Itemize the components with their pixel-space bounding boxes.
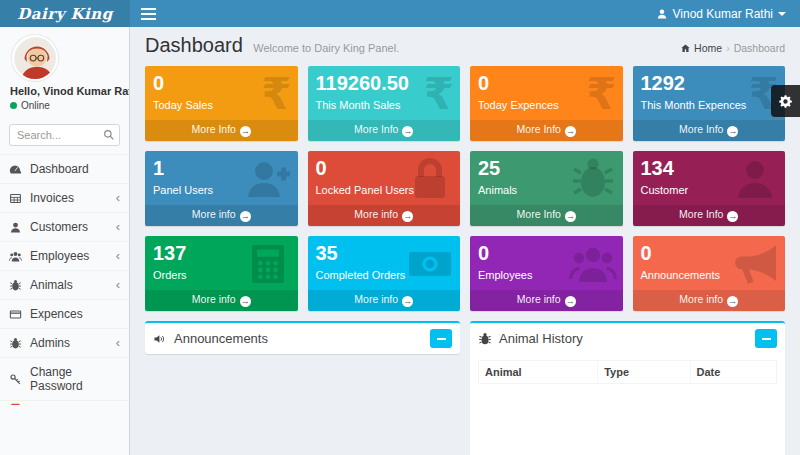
page-title: Dashboard (145, 34, 243, 56)
infobox-panel-users[interactable]: 1 Panel Users More info (145, 151, 298, 226)
sidebar-item-label: Dashboard (30, 162, 89, 176)
more-info-link[interactable]: More Info (633, 120, 786, 141)
more-info-link[interactable]: More Info (470, 120, 623, 141)
infobox-label: Orders (153, 269, 290, 281)
info-box-grid: 0 Today Sales ₹ More Info 119260.50 This… (130, 66, 800, 311)
arrow-circle-icon (240, 211, 251, 222)
sidebar-search (9, 124, 120, 146)
more-info-link[interactable]: More info (470, 290, 623, 311)
settings-toggle-button[interactable] (771, 85, 800, 117)
employees-icon (9, 250, 22, 263)
breadcrumb-separator (726, 42, 730, 54)
invoices-icon (9, 192, 22, 205)
infobox-month-sales[interactable]: 119260.50 This Month Sales ₹ More Info (308, 66, 461, 141)
infobox-today-sales[interactable]: 0 Today Sales ₹ More Info (145, 66, 298, 141)
sidebar-menu: Dashboard Invoices Customers Employees A… (0, 154, 129, 405)
sidebar-item-label: Employees (30, 249, 89, 263)
key-icon (9, 373, 22, 386)
infobox-label: Today Sales (153, 99, 290, 111)
arrow-circle-icon (727, 296, 738, 307)
sidebar-item-animals[interactable]: Animals (0, 271, 129, 300)
infobox-month-expences[interactable]: 1292 This Month Expences ₹ More Info (633, 66, 786, 141)
arrow-circle-icon (402, 296, 413, 307)
infobox-employees[interactable]: 0 Employees More info (470, 236, 623, 311)
infobox-label: This Month Expences (641, 99, 778, 111)
content-header: Dashboard Welcome to Dairy King Panel. H… (130, 27, 800, 66)
sidebar-item-admins[interactable]: Admins (0, 329, 129, 358)
infobox-value: 0 (641, 241, 778, 265)
more-info-link[interactable]: More Info (145, 120, 298, 141)
customer-icon (9, 221, 22, 234)
arrow-circle-icon (240, 296, 251, 307)
infobox-label: Today Expences (478, 99, 615, 111)
infobox-label: This Month Sales (316, 99, 453, 111)
sidebar-item-employees[interactable]: Employees (0, 242, 129, 271)
infobox-completed-orders[interactable]: 35 Completed Orders More info (308, 236, 461, 311)
user-icon (656, 8, 668, 20)
more-info-link[interactable]: More Info (633, 205, 786, 226)
animal-history-panel-title: Animal History (499, 331, 583, 346)
infobox-locked-panel-users[interactable]: 0 Locked Panel Users More info (308, 151, 461, 226)
infobox-value: 0 (478, 241, 615, 265)
infobox-label: Animals (478, 184, 615, 196)
more-info-link[interactable]: More Info (470, 205, 623, 226)
arrow-circle-icon (565, 211, 576, 222)
arrow-circle-icon (727, 211, 738, 222)
sidebar-item-label: Expences (30, 307, 83, 321)
more-info-link[interactable]: More info (145, 290, 298, 311)
infobox-orders[interactable]: 137 Orders More info (145, 236, 298, 311)
page-subtitle: Welcome to Dairy King Panel. (253, 42, 399, 54)
sidebar-item-invoices[interactable]: Invoices (0, 184, 129, 213)
caret-down-icon (778, 12, 786, 16)
sidebar-user-panel: Hello, Vinod Kumar Rathi Online (0, 27, 129, 115)
collapse-button[interactable] (755, 329, 777, 348)
home-icon (680, 43, 691, 54)
infobox-value: 137 (153, 241, 290, 265)
sidebar: Hello, Vinod Kumar Rathi Online Dashboar… (0, 27, 130, 455)
sidebar-item-change-password[interactable]: Change Password (0, 358, 129, 401)
sidebar-item-label: Animals (30, 278, 73, 292)
more-info-link[interactable]: More info (145, 205, 298, 226)
search-submit-button[interactable] (101, 128, 116, 143)
sidebar-toggle-button[interactable] (130, 0, 166, 27)
more-info-link[interactable]: More info (308, 205, 461, 226)
infobox-animals[interactable]: 25 Animals More Info (470, 151, 623, 226)
top-navbar: Dairy King Vinod Kumar Rathi (0, 0, 800, 27)
user-name: Vinod Kumar Rathi (673, 7, 774, 21)
panel-row: Announcements Animal History Animal Type… (130, 321, 800, 455)
speaker-icon (153, 332, 167, 346)
more-info-link[interactable]: More info (633, 290, 786, 311)
search-icon (102, 128, 116, 142)
arrow-circle-icon (565, 296, 576, 307)
online-status-dot (10, 102, 17, 109)
infobox-value: 119260.50 (316, 71, 453, 95)
infobox-value: 0 (478, 71, 615, 95)
sidebar-item-dashboard[interactable]: Dashboard (0, 154, 129, 184)
user-menu[interactable]: Vinod Kumar Rathi (650, 0, 793, 27)
announcements-panel: Announcements (145, 321, 460, 354)
infobox-announcements[interactable]: 0 Announcements More info (633, 236, 786, 311)
collapse-button[interactable] (430, 329, 452, 348)
more-info-link[interactable]: More info (308, 290, 461, 311)
breadcrumb-current: Dashboard (734, 42, 785, 54)
more-info-link[interactable]: More Info (308, 120, 461, 141)
minus-icon (762, 338, 771, 340)
animal-history-panel: Animal History Animal Type Date (470, 321, 785, 455)
infobox-today-expences[interactable]: 0 Today Expences ₹ More Info (470, 66, 623, 141)
gear-icon (778, 94, 793, 109)
main-content: Dashboard Welcome to Dairy King Panel. H… (130, 27, 800, 455)
sidebar-item-customers[interactable]: Customers (0, 213, 129, 242)
sidebar-item-expences[interactable]: Expences (0, 300, 129, 329)
arrow-circle-icon (240, 126, 251, 137)
expences-icon (9, 308, 22, 321)
infobox-customer[interactable]: 134 Customer More Info (633, 151, 786, 226)
infobox-value: 1 (153, 156, 290, 180)
column-header-date: Date (690, 361, 776, 384)
avatar (12, 35, 58, 81)
breadcrumb-home[interactable]: Home (680, 42, 722, 54)
sidebar-item-partial[interactable] (0, 401, 129, 405)
arrow-circle-icon (565, 126, 576, 137)
app-logo[interactable]: Dairy King (0, 0, 130, 27)
sidebar-item-label: Invoices (30, 191, 74, 205)
infobox-value: 134 (641, 156, 778, 180)
